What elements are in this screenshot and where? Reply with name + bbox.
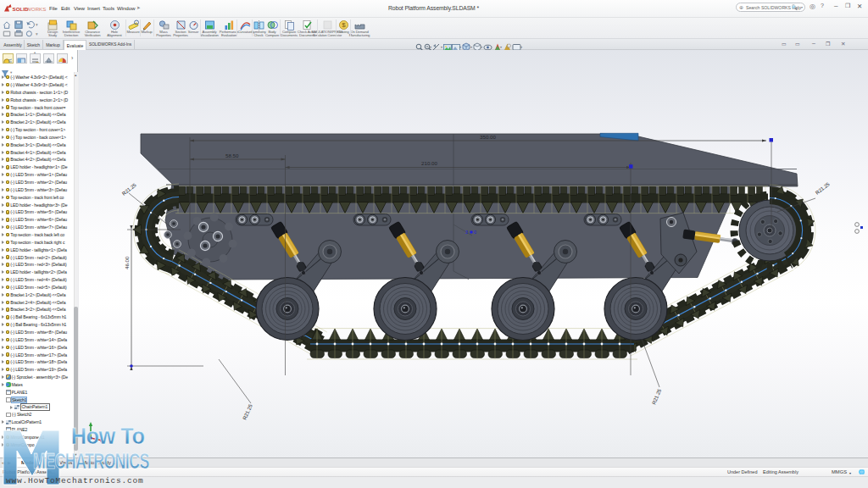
- svg-text:350.00: 350.00: [480, 134, 496, 140]
- svg-text:MECHATRONICS: MECHATRONICS: [33, 449, 149, 474]
- svg-text:How To: How To: [71, 424, 145, 449]
- svg-text:58.50: 58.50: [225, 152, 239, 158]
- svg-text:R21.25: R21.25: [815, 181, 831, 196]
- svg-text:3: 3: [465, 230, 468, 235]
- svg-text:210.00: 210.00: [421, 160, 437, 166]
- svg-text:R21.25: R21.25: [651, 388, 662, 406]
- svg-text:R21.25: R21.25: [242, 403, 253, 421]
- svg-text:46.00: 46.00: [124, 256, 130, 269]
- svg-text:R21.25: R21.25: [121, 182, 137, 197]
- svg-text:WORKS: WORKS: [26, 6, 46, 12]
- svg-text:0: 0: [474, 230, 476, 235]
